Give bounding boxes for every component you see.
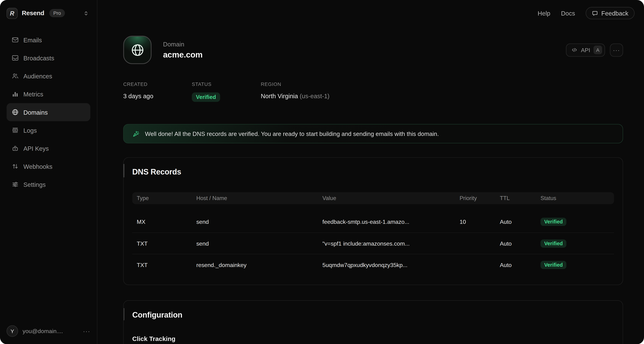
dns-cell-type: MX (137, 218, 196, 225)
domain-name: acme.com (163, 50, 202, 59)
status-label: STATUS (192, 81, 261, 87)
more-options-button[interactable]: ··· (610, 44, 623, 56)
verified-badge: Verified (540, 218, 566, 226)
status-badge: Verified (192, 92, 220, 102)
dns-cell-host: resend._domainkey (196, 262, 322, 268)
user-menu[interactable]: Y you@domain.... ··· (0, 320, 97, 344)
dns-col-header: Status (540, 195, 609, 201)
verified-badge: Verified (540, 260, 566, 269)
region-block: REGION North Virginia (us-east-1) (261, 81, 330, 102)
avatar: Y (6, 325, 18, 337)
dns-records-title: DNS Records (132, 168, 614, 177)
stage: R Resend Pro EmailsBroadcastsAudiencesMe… (0, 0, 644, 344)
sidebar-item-logs[interactable]: Logs (6, 121, 90, 139)
sidebar: R Resend Pro EmailsBroadcastsAudiencesMe… (0, 0, 97, 344)
api-button[interactable]: API A (566, 44, 605, 56)
globe-icon (130, 42, 145, 57)
domain-titles: Domain acme.com (163, 40, 202, 60)
broadcast-icon (12, 54, 19, 62)
dns-col-header: Host / Name (196, 195, 322, 201)
workspace-switcher[interactable]: R Resend Pro (0, 0, 97, 26)
mail-icon (12, 36, 19, 44)
status-block: STATUS Verified (192, 81, 261, 102)
verified-badge: Verified (540, 239, 566, 248)
shortcut-key-badge: A (594, 46, 602, 54)
user-menu-ellipsis-icon[interactable]: ··· (83, 328, 90, 334)
dns-table-body: MXsendfeedback-smtp.us-east-1.amazo...10… (132, 211, 614, 275)
dns-table-header: TypeHost / NameValuePriorityTTLStatus (132, 192, 614, 204)
dns-cell-host: send (196, 240, 322, 247)
dns-cell-status: Verified (540, 260, 609, 269)
sidebar-item-label: Logs (24, 127, 37, 134)
created-block: CREATED 3 days ago (123, 81, 192, 102)
dns-cell-value: feedback-smtp.us-east-1.amazo... (322, 218, 460, 225)
sidebar-nav: EmailsBroadcastsAudiencesMetricsDomainsL… (0, 31, 97, 194)
resend-logo: R (6, 8, 18, 19)
sidebar-item-label: Domains (24, 108, 48, 116)
metrics-icon (12, 90, 19, 98)
dns-cell-value: "v=spf1 include:amazonses.com... (322, 240, 460, 247)
region-label: REGION (261, 81, 330, 87)
domain-header: Domain acme.com API A ··· (123, 36, 623, 64)
dns-col-header: TTL (500, 195, 540, 201)
dns-cell-ttl: Auto (500, 218, 540, 225)
dns-cell-priority: 10 (460, 218, 500, 225)
code-icon (572, 47, 578, 53)
dns-cell-value: 5uqmdw7qpxudkyvdonqzy35kp... (322, 262, 460, 268)
sidebar-item-broadcasts[interactable]: Broadcasts (6, 49, 90, 67)
dns-col-header: Type (137, 195, 196, 201)
dns-cell-status: Verified (540, 239, 609, 248)
sidebar-item-settings[interactable]: Settings (6, 176, 90, 194)
card-accent-bar (123, 308, 124, 320)
user-email: you@domain.... (22, 328, 63, 334)
sidebar-item-emails[interactable]: Emails (6, 31, 90, 49)
banner-message: Well done! All the DNS records are verif… (145, 130, 439, 137)
party-popper-icon (132, 130, 140, 137)
logs-icon (12, 126, 19, 134)
resend-app-window: R Resend Pro EmailsBroadcastsAudiencesMe… (0, 0, 644, 344)
dns-cell-host: send (196, 218, 322, 225)
main-content: Domain acme.com API A ··· CREATED 3 days… (97, 0, 644, 344)
sidebar-item-label: Webhooks (24, 163, 52, 170)
region-code: (us-east-1) (300, 92, 330, 99)
dns-cell-type: TXT (137, 240, 196, 247)
arrows-icon (12, 163, 19, 170)
dns-cell-type: TXT (137, 262, 196, 268)
region-value: North Virginia (us-east-1) (261, 92, 330, 99)
click-tracking-label: Click Tracking (132, 335, 614, 342)
globe-icon (12, 108, 19, 116)
sidebar-item-label: Emails (24, 36, 42, 44)
chevron-updown-icon[interactable] (81, 8, 90, 18)
lock-icon (12, 145, 19, 152)
sidebar-item-label: Broadcasts (24, 54, 54, 62)
dns-record-row[interactable]: TXTresend._domainkey5uqmdw7qpxudkyvdonqz… (132, 254, 614, 275)
plan-badge: Pro (49, 9, 65, 17)
dns-record-row[interactable]: MXsendfeedback-smtp.us-east-1.amazo...10… (132, 211, 614, 232)
sidebar-item-domains[interactable]: Domains (6, 103, 90, 121)
dns-col-header: Value (322, 195, 460, 201)
sidebar-item-metrics[interactable]: Metrics (6, 85, 90, 103)
created-label: CREATED (123, 81, 192, 87)
sidebar-item-audiences[interactable]: Audiences (6, 67, 90, 85)
sidebar-item-label: Metrics (24, 90, 43, 98)
dns-cell-ttl: Auto (500, 262, 540, 268)
brand-name: Resend (22, 10, 44, 17)
domain-label: Domain (163, 40, 202, 48)
sliders-icon (12, 181, 19, 188)
domain-tile (123, 36, 152, 64)
configuration-card: Configuration Click Tracking (123, 300, 623, 344)
dns-records-card: DNS Records TypeHost / NameValuePriority… (123, 157, 623, 285)
dns-cell-ttl: Auto (500, 240, 540, 247)
sidebar-item-label: Audiences (24, 72, 52, 80)
domain-meta: CREATED 3 days ago STATUS Verified REGIO… (123, 81, 623, 102)
sidebar-item-api-keys[interactable]: API Keys (6, 139, 90, 157)
audiences-icon (12, 72, 19, 80)
sidebar-item-label: Settings (24, 181, 46, 188)
dns-record-row[interactable]: TXTsend"v=spf1 include:amazonses.com...A… (132, 232, 614, 254)
configuration-title: Configuration (132, 310, 614, 320)
header-actions: API A ··· (566, 44, 623, 56)
dns-col-header: Priority (460, 195, 500, 201)
sidebar-item-webhooks[interactable]: Webhooks (6, 157, 90, 176)
dns-cell-status: Verified (540, 218, 609, 226)
success-banner: Well done! All the DNS records are verif… (123, 124, 623, 144)
